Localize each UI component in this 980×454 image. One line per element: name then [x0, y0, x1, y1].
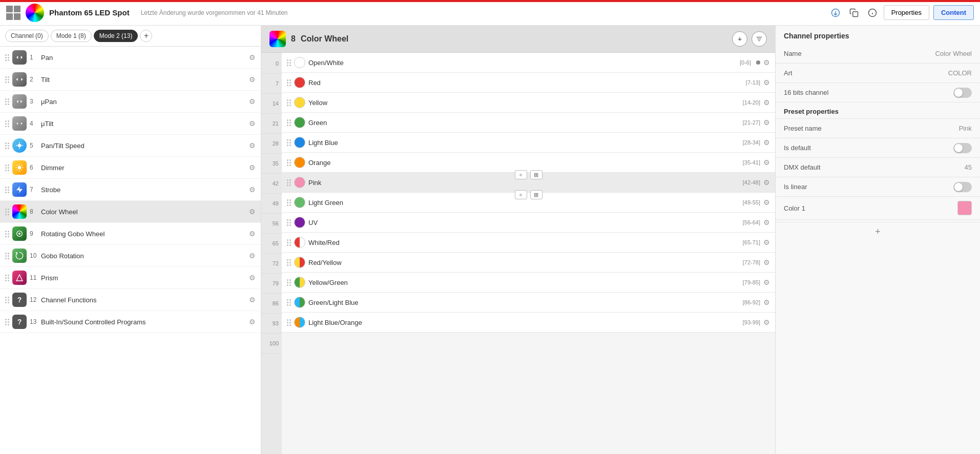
preset-item[interactable]: Green/Light Blue [86-92] ⚙: [282, 293, 775, 313]
add-mode-button[interactable]: +: [140, 30, 152, 42]
center-channel-icon: [269, 31, 286, 47]
add-preset-button[interactable]: +: [732, 31, 747, 47]
preset-item[interactable]: Orange [35-41] ⚙ ÷ ⊞: [282, 153, 775, 173]
preset-item[interactable]: Yellow [14-20] ⚙: [282, 93, 775, 113]
preset-gear-button[interactable]: ⚙: [763, 158, 770, 167]
channel-number: 3: [30, 98, 38, 105]
split-button-2[interactable]: ÷: [515, 190, 527, 199]
copy-split-button[interactable]: ⊞: [530, 170, 543, 179]
mode-tab-1[interactable]: Mode 1 (8): [51, 30, 92, 42]
preset-color-circle: [294, 237, 305, 248]
channel-gear-button[interactable]: ⚙: [249, 230, 256, 238]
prop-preset-name-label: Preset name: [784, 125, 959, 132]
preset-item[interactable]: Red [7-13] ⚙: [282, 73, 775, 93]
channel-item-12[interactable]: ?12Channel Functions⚙: [0, 289, 261, 311]
preset-drag-handle: [287, 259, 291, 266]
preset-gear-button[interactable]: ⚙: [763, 178, 770, 187]
preset-range: [79-85]: [743, 279, 760, 285]
preset-gear-button[interactable]: ⚙: [763, 78, 770, 87]
channel-item-1[interactable]: 1Pan⚙: [0, 47, 261, 69]
channel-gear-button[interactable]: ⚙: [249, 141, 256, 150]
is-linear-toggle[interactable]: [953, 182, 972, 192]
channel-item-5[interactable]: 5Pan/Tilt Speed⚙: [0, 135, 261, 157]
properties-tab[interactable]: Properties: [884, 5, 929, 20]
channel-gear-button[interactable]: ⚙: [249, 185, 256, 194]
color1-swatch[interactable]: [957, 201, 972, 215]
channel-item-2[interactable]: 2Tilt⚙: [0, 69, 261, 91]
channel-gear-button[interactable]: ⚙: [249, 163, 256, 172]
preset-gear-button[interactable]: ⚙: [763, 198, 770, 207]
preset-item[interactable]: Yellow/Green [79-85] ⚙: [282, 273, 775, 293]
channel-gear-button[interactable]: ⚙: [249, 208, 256, 216]
prop-preset-name-value: Pink: [959, 125, 972, 132]
preset-gear-button[interactable]: ⚙: [763, 238, 770, 246]
channel-item-6[interactable]: 6Dimmer⚙: [0, 157, 261, 179]
is-default-toggle[interactable]: [953, 143, 972, 153]
preset-item[interactable]: Light Blue/Orange [93-99] ⚙: [282, 313, 775, 333]
info-icon[interactable]: [865, 6, 880, 20]
channel-item-3[interactable]: 3μPan⚙: [0, 91, 261, 113]
prop-bits-row: 16 bits channel: [776, 83, 980, 102]
channel-item-7[interactable]: 7Strobe⚙: [0, 179, 261, 201]
prop-color1-label: Color 1: [784, 204, 957, 212]
channel-item-13[interactable]: ?13Built-In/Sound Controlled Programs⚙: [0, 311, 261, 333]
channel-gear-button[interactable]: ⚙: [249, 119, 256, 128]
content-tab[interactable]: Content: [933, 5, 974, 20]
copy-icon[interactable]: [847, 6, 861, 20]
svg-marker-7: [16, 186, 23, 193]
dmx-number: 65: [261, 234, 282, 254]
channel-gear-button[interactable]: ⚙: [249, 252, 256, 260]
channel-gear-button[interactable]: ⚙: [249, 75, 256, 84]
filter-button[interactable]: [752, 31, 767, 47]
app-grid-icon[interactable]: [6, 6, 20, 20]
add-color-button[interactable]: +: [776, 222, 980, 241]
channel-icon-tilt: [12, 72, 27, 87]
preset-item[interactable]: Open/White [0-6] ⚙: [282, 53, 775, 73]
dmx-number: 14: [261, 94, 282, 114]
channel-gear-button[interactable]: ⚙: [249, 318, 256, 326]
channel-name: μPan: [41, 98, 246, 106]
channel-name: Pan: [41, 54, 246, 61]
center-header-actions: +: [732, 31, 767, 47]
download-icon[interactable]: [828, 6, 843, 20]
preset-item[interactable]: Red/Yellow [72-78] ⚙: [282, 253, 775, 273]
channel-item-4[interactable]: 4μTilt⚙: [0, 113, 261, 135]
preset-item[interactable]: UV [56-64] ⚙: [282, 213, 775, 233]
preset-range: [49-55]: [743, 199, 760, 205]
preset-gear-button[interactable]: ⚙: [763, 318, 770, 326]
center-content: 07142128354249566572798693100 Open/White…: [261, 53, 775, 454]
channel-gear-button[interactable]: ⚙: [249, 97, 256, 106]
preset-gear-button[interactable]: ⚙: [763, 118, 770, 127]
preset-drag-handle: [287, 159, 291, 166]
channel-gear-button[interactable]: ⚙: [249, 296, 256, 304]
channel-name: Rotating Gobo Wheel: [41, 230, 246, 238]
channel-gear-button[interactable]: ⚙: [249, 274, 256, 282]
preset-gear-button[interactable]: ⚙: [763, 58, 770, 67]
preset-gear-button[interactable]: ⚙: [763, 278, 770, 286]
preset-gear-button[interactable]: ⚙: [763, 218, 770, 226]
bits-toggle[interactable]: [953, 88, 972, 98]
preset-dot: [756, 60, 760, 65]
preset-gear-button[interactable]: ⚙: [763, 298, 770, 306]
preset-gear-button[interactable]: ⚙: [763, 98, 770, 107]
channel-name: Channel Functions: [41, 296, 246, 304]
copy-split-button-2[interactable]: ⊞: [530, 190, 543, 199]
dmx-number: 72: [261, 254, 282, 274]
mode-tab-2[interactable]: Mode 2 (13): [94, 30, 138, 42]
preset-gear-button[interactable]: ⚙: [763, 258, 770, 266]
center-channel-name: Color Wheel: [301, 34, 348, 44]
preset-gear-button[interactable]: ⚙: [763, 138, 770, 147]
preset-item[interactable]: White/Red [65-71] ⚙: [282, 233, 775, 253]
channel-name: Dimmer: [41, 164, 246, 172]
preset-color-circle: [294, 177, 305, 188]
channel-gear-button[interactable]: ⚙: [249, 53, 256, 61]
split-button[interactable]: ÷: [515, 170, 527, 179]
dmx-number: 35: [261, 154, 282, 174]
mode-tab-channel[interactable]: Channel (0): [5, 30, 49, 42]
channel-item-11[interactable]: 11Prism⚙: [0, 267, 261, 289]
preset-item[interactable]: Light Blue [28-34] ⚙: [282, 133, 775, 153]
channel-item-9[interactable]: 9Rotating Gobo Wheel⚙: [0, 223, 261, 245]
channel-item-8[interactable]: 8Color Wheel⚙: [0, 201, 261, 223]
channel-item-10[interactable]: 10Gobo Rotation⚙: [0, 245, 261, 267]
preset-item[interactable]: Green [21-27] ⚙: [282, 113, 775, 133]
